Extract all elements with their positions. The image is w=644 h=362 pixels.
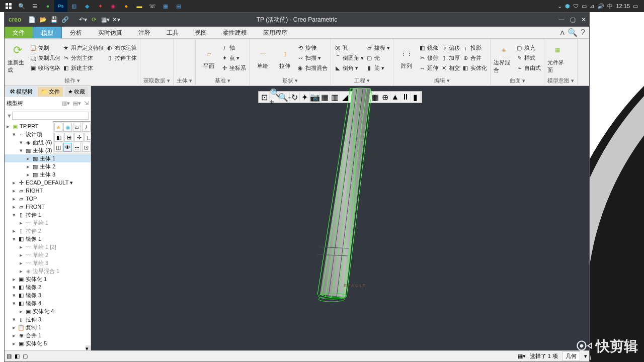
tree-item[interactable]: ▸▯拉伸 2	[5, 227, 91, 235]
tree-item[interactable]: ▸▧主体 1	[5, 154, 91, 162]
tree-item[interactable]: ▾▯拉伸 3	[5, 315, 91, 323]
tab-file[interactable]: 文件	[5, 27, 33, 38]
filter-icon[interactable]: ▼	[7, 113, 12, 119]
chamfer-button[interactable]: ◣ 倒角 ▾	[334, 64, 364, 73]
axis-button[interactable]: / 轴	[221, 44, 246, 53]
split-body-button[interactable]: ✂ 分割主体	[62, 54, 104, 63]
sweep-button[interactable]: 〰 扫描 ▾	[297, 54, 328, 63]
draft-button[interactable]: ▱ 拔模 ▾	[366, 44, 390, 53]
tree-item[interactable]: ▸▣实体化 1	[5, 275, 91, 283]
volume-icon[interactable]: 🔊	[597, 3, 604, 10]
shield-icon[interactable]: ⬢	[565, 3, 570, 10]
tree-item[interactable]: ▾◧镜像 2	[5, 283, 91, 291]
new-icon[interactable]: 📄	[27, 15, 36, 24]
taskview-icon[interactable]: ☰	[28, 0, 41, 12]
ps-icon[interactable]: Ps	[54, 0, 67, 12]
tree-item[interactable]: ▾◧镜像 1	[5, 235, 91, 243]
app-icon[interactable]: ◉	[107, 0, 120, 12]
point-button[interactable]: ✦ 点 ▾	[221, 54, 246, 63]
tree-item[interactable]: ▸📋复制 1	[5, 323, 91, 331]
scroll-indicator[interactable]: ▾	[86, 345, 91, 350]
help-icon[interactable]: ?	[581, 28, 585, 37]
tree-item[interactable]: ▸〰草绘 3	[5, 259, 91, 267]
plane-button[interactable]: ▱平面	[199, 40, 219, 76]
rib-button[interactable]: ▮ 筋 ▾	[366, 64, 390, 73]
close-button[interactable]: ✕	[578, 14, 589, 25]
tab-flexible[interactable]: 柔性建模	[215, 27, 255, 38]
app-icon[interactable]: ●	[120, 0, 133, 12]
tab-livesim[interactable]: 实时仿真	[90, 27, 130, 38]
tree-settings-icon[interactable]: ▥▾	[62, 100, 70, 107]
tab-analysis[interactable]: 分析	[62, 27, 90, 38]
tab-model[interactable]: 模型	[33, 27, 62, 38]
boundary-blend-button[interactable]: ◈边界混合	[494, 40, 514, 76]
search-icon[interactable]: 🔍	[568, 28, 578, 37]
display-filter-popup[interactable]: ★◉▱/▥ ◧⊞✢▢ ◫👁⚏⊡▦	[53, 121, 91, 153]
tree-item[interactable]: ▸▧主体 3	[5, 170, 91, 178]
tree-show-icon[interactable]: ▤▾	[73, 100, 81, 107]
minimize-button[interactable]: —	[556, 14, 567, 25]
link-icon[interactable]: 🔗	[60, 15, 69, 24]
sketch-button[interactable]: 〰草绘	[253, 40, 273, 76]
chrome-icon[interactable]: ●	[41, 0, 54, 12]
sidebar-tab-fav[interactable]: ★ 收藏	[65, 87, 88, 97]
battery-icon[interactable]: ▭	[582, 3, 587, 10]
tree-item[interactable]: ▸〰草绘 1	[5, 219, 91, 227]
notifications-icon[interactable]: ▭	[633, 3, 638, 10]
maximize-button[interactable]: ▢	[567, 14, 578, 25]
tab-annotate[interactable]: 注释	[130, 27, 158, 38]
open-icon[interactable]: 📂	[38, 15, 47, 24]
tree-item[interactable]: ▸▱FRONT	[5, 203, 91, 211]
tree-item[interactable]: ▾▯拉伸 1	[5, 211, 91, 219]
sb-icon[interactable]: ◧	[15, 353, 20, 359]
extrude-button[interactable]: ▯拉伸	[275, 40, 295, 76]
tree-item[interactable]: ▸〰草绘 1 [2]	[5, 243, 91, 251]
copy-geom-button[interactable]: ⿻ 复制几何	[30, 54, 60, 63]
app-icon[interactable]: ▥	[67, 0, 80, 12]
app-icon[interactable]: ▦	[159, 0, 172, 12]
regen-icon[interactable]: ⟳	[90, 15, 99, 24]
sb-icon[interactable]: ▥	[7, 353, 12, 359]
round-button[interactable]: ⌒ 倒圆角 ▾	[334, 54, 364, 63]
save-icon[interactable]: 💾	[49, 15, 58, 24]
boolean-button[interactable]: ◐ 布尔运算	[106, 44, 137, 53]
hole-button[interactable]: ⦿ 孔	[334, 44, 364, 53]
regenerate-button[interactable]: ⟳重新生成	[8, 40, 28, 76]
csys-button[interactable]: ✢ 坐标系	[221, 64, 246, 73]
wifi-icon[interactable]: ⊿	[590, 3, 594, 10]
search-icon[interactable]: 🔍	[15, 0, 28, 12]
tab-tools[interactable]: 工具	[158, 27, 187, 38]
tab-view[interactable]: 视图	[187, 27, 215, 38]
extrude-body-button[interactable]: ▯ 拉伸主体	[106, 54, 137, 63]
shrinkwrap-button[interactable]: ▣ 收缩包络	[30, 64, 60, 73]
selfilter-icon[interactable]: ▦▾	[518, 353, 526, 359]
tree-expand-icon[interactable]: ⇲	[84, 100, 89, 107]
tree-item[interactable]: ▸▱RIGHT	[5, 187, 91, 195]
copy-button[interactable]: 📋 复制	[30, 44, 60, 53]
start-menu-icon[interactable]	[2, 0, 15, 12]
sb-icon[interactable]: ▢	[23, 353, 28, 359]
shell-button[interactable]: ▢ 壳	[366, 54, 390, 63]
tree-item[interactable]: ▸▣实体化 4	[5, 307, 91, 315]
compui-button[interactable]: ▦元件界面	[547, 40, 568, 76]
app-icon[interactable]: ✦	[94, 0, 107, 12]
sweepblend-button[interactable]: ◉ 扫描混合	[297, 64, 328, 73]
folder-icon[interactable]: ▬	[133, 0, 146, 12]
tree-item[interactable]: ▾◧镜像 4	[5, 299, 91, 307]
chevron-up-icon[interactable]: ⌄	[557, 3, 562, 10]
tree-filter-input[interactable]	[12, 112, 89, 120]
sidebar-tab-tree[interactable]: 🛠 模型树	[7, 87, 36, 97]
ime-indicator[interactable]: 中	[607, 3, 613, 10]
windows-icon[interactable]: ▦▾	[101, 15, 110, 24]
tree-item[interactable]: ▸▱TOP	[5, 195, 91, 203]
sidebar-tab-files[interactable]: 📁 文件	[38, 87, 63, 97]
app-icon[interactable]: ▤	[172, 0, 185, 12]
undo-icon[interactable]: ↶▾	[78, 15, 88, 24]
tab-apps[interactable]: 应用程序	[255, 27, 295, 38]
shield-icon[interactable]: 🛡	[573, 3, 579, 9]
new-body-button[interactable]: ◧ 新建主体	[62, 64, 104, 73]
tree-item[interactable]: ▸〰草绘 2	[5, 251, 91, 259]
tree-item[interactable]: ▸◈边界混合 1	[5, 267, 91, 275]
revolve-button[interactable]: ⟲ 旋转	[297, 44, 328, 53]
model-tree[interactable]: ▸▣TP.PRT ★◉▱/▥ ◧⊞✢▢ ◫👁⚏⊡▦ ▾▫设计项▾◈面组 (6)▾…	[5, 121, 91, 350]
